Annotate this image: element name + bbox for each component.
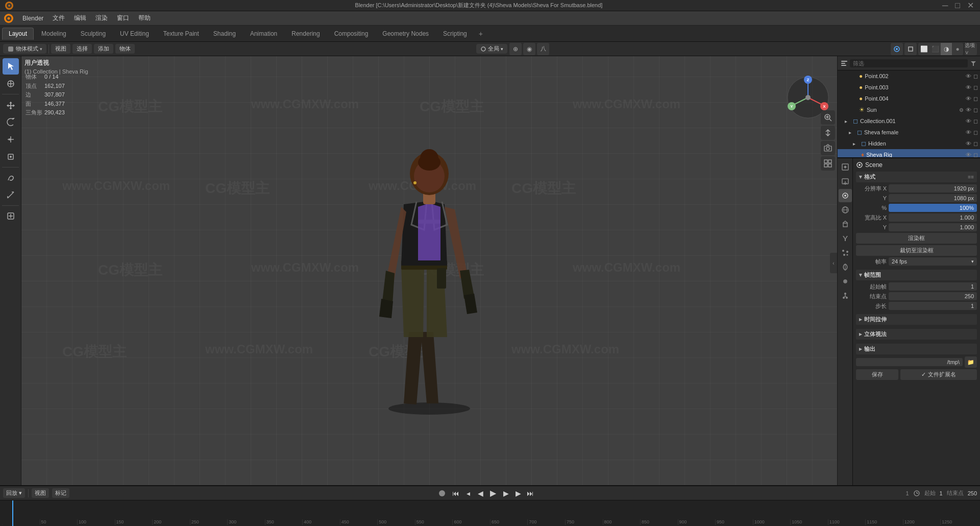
crop-to-render-btn[interactable]: 裁切至渲染框 [856,245,977,256]
props-tab-particles[interactable] [839,246,852,259]
view-btn[interactable]: 视图 [32,488,49,498]
exclude-icon-5[interactable]: ◻ [973,118,978,125]
exclude-icon-2[interactable]: ◻ [973,84,978,91]
visibility-icon-7[interactable]: 👁 [966,140,971,147]
tab-compositing[interactable]: Compositing [328,28,375,40]
tool-measure[interactable] [3,187,19,203]
material-shading-btn[interactable]: ◑ [941,43,952,55]
transform-global-btn[interactable]: 全局 ▾ [476,44,507,54]
solid-shading-btn[interactable]: ⬛ [929,43,941,55]
props-tab-object[interactable] [839,218,852,231]
menu-file[interactable]: 文件 [48,13,69,23]
camera-btn[interactable] [821,141,835,155]
next-key-btn[interactable]: ▶ [512,488,524,499]
add-menu-btn[interactable]: 添加 [94,44,113,54]
window-controls[interactable]: ─ □ ✕ [940,1,976,10]
outliner-item-point004[interactable]: ● Point.004 👁 ◻ [838,93,980,104]
visibility-icon-5[interactable]: 👁 [966,118,971,124]
visibility-icon-2[interactable]: 👁 [966,84,971,90]
proportional-btn[interactable]: ◉ [523,43,535,55]
close-btn[interactable]: ✕ [965,1,976,10]
wireframe-shading-btn[interactable]: ⬜ [918,43,929,55]
visibility-icon-8[interactable]: 👁 [966,152,971,158]
outliner-item-sun[interactable]: ☀ Sun ⚙ 👁 ◻ [838,104,980,115]
props-tab-scene[interactable] [839,189,852,202]
props-tab-render[interactable] [839,160,852,174]
tool-transform[interactable] [3,149,19,165]
output-browse-btn[interactable]: 📁 [965,356,977,368]
exclude-icon[interactable]: ◻ [973,73,978,80]
tool-add-object[interactable] [3,208,19,224]
resolution-x-value[interactable]: 1920 px [889,184,977,193]
n-panel-toggle[interactable]: ‹ [830,253,837,273]
grab-btn[interactable] [821,126,835,140]
output-path-value[interactable]: /tmp\ [856,358,963,366]
tab-modeling[interactable]: Modeling [35,28,73,40]
viewport-options-btn[interactable]: 选项 ∨ [965,43,977,55]
playback-btn[interactable]: 回放 ▾ [3,488,25,498]
props-tab-world[interactable] [839,203,852,217]
tool-annotate[interactable] [3,170,19,186]
play-btn[interactable]: ▶ [487,487,499,499]
num-btn[interactable]: 八 [537,43,549,55]
outliner-search[interactable] [850,59,968,67]
time-stretch-header[interactable]: ▸ 时间拉伸 [856,314,977,325]
exclude-icon-6[interactable]: ◻ [973,129,978,136]
resolution-pct-value[interactable]: 100% [889,204,977,212]
viewport[interactable]: CG模型主 www.CGMXW.com CG模型主 www.CGMXW.com … [21,56,837,485]
resolution-y-value[interactable]: 1080 px [889,194,977,202]
visibility-icon-6[interactable]: 👁 [966,129,971,135]
props-tab-output[interactable] [839,175,852,188]
zoom-btn[interactable] [821,110,835,125]
visibility-icon-4[interactable]: 👁 [966,107,971,113]
object-menu-btn[interactable]: 物体 [115,44,135,54]
menu-window[interactable]: 窗口 [113,13,133,23]
outliner-item-sheva-female[interactable]: ▸ ◻ Sheva female 👁 ◻ [838,127,980,138]
menu-render[interactable]: 渲染 [91,13,112,23]
gear-icon[interactable]: ⚙ [959,107,964,113]
file-extension-toggle[interactable]: ✓ 文件扩展名 [900,369,977,380]
rendered-shading-btn[interactable]: ● [952,43,963,55]
prev-frame-btn[interactable]: ◀ [475,488,486,499]
minimize-btn[interactable]: ─ [940,1,950,10]
overlay-btn[interactable] [891,43,903,55]
props-tab-physics[interactable] [839,260,852,274]
tool-cursor[interactable] [3,76,19,92]
output-section-header[interactable]: ▸ 输出 [856,344,977,354]
props-tab-constraints[interactable] [839,275,852,288]
props-tab-modifier[interactable] [839,232,852,245]
step-value[interactable]: 1 [889,302,977,310]
outliner-item-point003[interactable]: ● Point.003 👁 ◻ [838,82,980,93]
tab-uv-editing[interactable]: UV Editing [113,28,156,40]
snap-btn[interactable]: ⊕ [509,43,522,55]
render-frame-btn[interactable]: 渲染框 [856,233,977,244]
aspect-x-value[interactable]: 1.000 [889,213,977,222]
frame-range-section-header[interactable]: ▾ 帧范围 [856,270,977,280]
tab-shading[interactable]: Shading [207,28,242,40]
tab-animation[interactable]: Animation [243,28,284,40]
outliner-filter-icon[interactable] [970,60,977,67]
menu-blender[interactable]: Blender [18,14,47,23]
save-btn[interactable]: 保存 [856,369,898,380]
tool-scale[interactable] [3,131,19,148]
format-section-header[interactable]: ▾ 格式 ≡≡ [856,172,977,182]
tab-rendering[interactable]: Rendering [285,28,326,40]
menu-help[interactable]: 帮助 [134,13,155,23]
exclude-icon-4[interactable]: ◻ [973,107,978,113]
grid-btn[interactable] [821,156,835,171]
stereoscopy-header[interactable]: ▸ 立体视法 [856,329,977,340]
select-menu-btn[interactable]: 选择 [72,44,92,54]
end-frame-value[interactable]: 250 [889,292,977,300]
tab-sculpting[interactable]: Sculpting [74,28,112,40]
outliner-item-sheva-rig[interactable]: ♦ Sheva Rig 👁 ◻ [838,149,980,158]
exclude-icon-3[interactable]: ◻ [973,95,978,102]
tool-move[interactable] [3,97,19,113]
jump-start-btn[interactable]: ⏮ [450,488,461,499]
xray-btn[interactable] [904,43,917,55]
add-workspace-btn[interactable]: + [475,28,487,40]
maximize-btn[interactable]: □ [953,1,962,10]
tool-select[interactable] [3,58,19,75]
tab-layout[interactable]: Layout [2,28,34,40]
jump-end-btn[interactable]: ⏭ [525,488,536,499]
tab-scripting[interactable]: Scripting [436,28,474,40]
